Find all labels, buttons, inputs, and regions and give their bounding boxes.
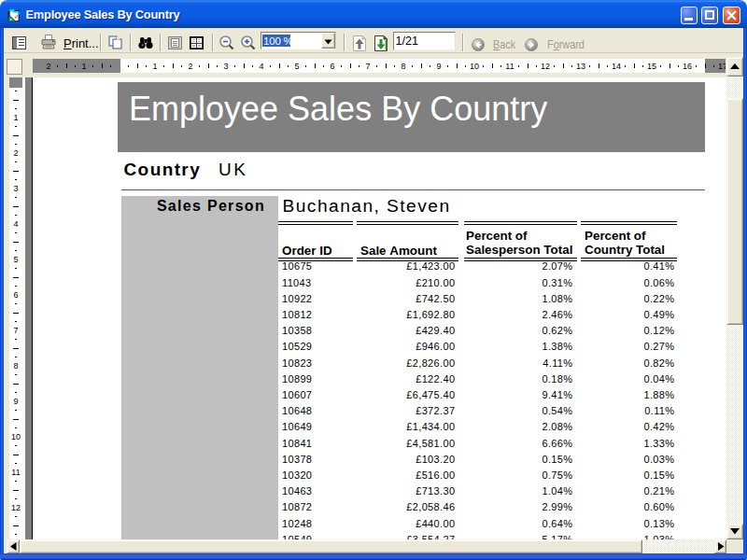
svg-text:7: 7 <box>365 62 370 71</box>
svg-text:7: 7 <box>13 326 18 335</box>
svg-text:10: 10 <box>470 62 479 71</box>
svg-text:4: 4 <box>259 62 263 71</box>
svg-text:16: 16 <box>683 62 692 71</box>
svg-text:6: 6 <box>13 290 18 300</box>
svg-text:9: 9 <box>436 62 441 71</box>
svg-text:15: 15 <box>647 62 656 71</box>
svg-text:17: 17 <box>718 62 726 71</box>
svg-text:2: 2 <box>46 62 50 71</box>
svg-text:11: 11 <box>505 62 514 71</box>
svg-text:8: 8 <box>401 62 405 71</box>
svg-text:14: 14 <box>612 62 621 71</box>
svg-text:11: 11 <box>11 468 20 477</box>
svg-text:2: 2 <box>13 148 18 158</box>
svg-text:9: 9 <box>13 397 18 406</box>
svg-text:4: 4 <box>13 219 18 229</box>
svg-text:5: 5 <box>13 255 18 264</box>
svg-text:6: 6 <box>330 62 334 71</box>
svg-text:5: 5 <box>294 62 299 71</box>
svg-text:8: 8 <box>13 361 18 371</box>
svg-text:13: 13 <box>576 62 585 71</box>
svg-text:3: 3 <box>13 184 18 193</box>
svg-text:2: 2 <box>188 62 192 71</box>
svg-text:1: 1 <box>13 113 18 122</box>
svg-text:10: 10 <box>11 432 21 441</box>
svg-text:12: 12 <box>541 62 550 71</box>
svg-text:1: 1 <box>81 62 86 71</box>
svg-text:3: 3 <box>223 62 228 71</box>
svg-text:12: 12 <box>11 503 21 512</box>
svg-text:1: 1 <box>152 62 157 71</box>
